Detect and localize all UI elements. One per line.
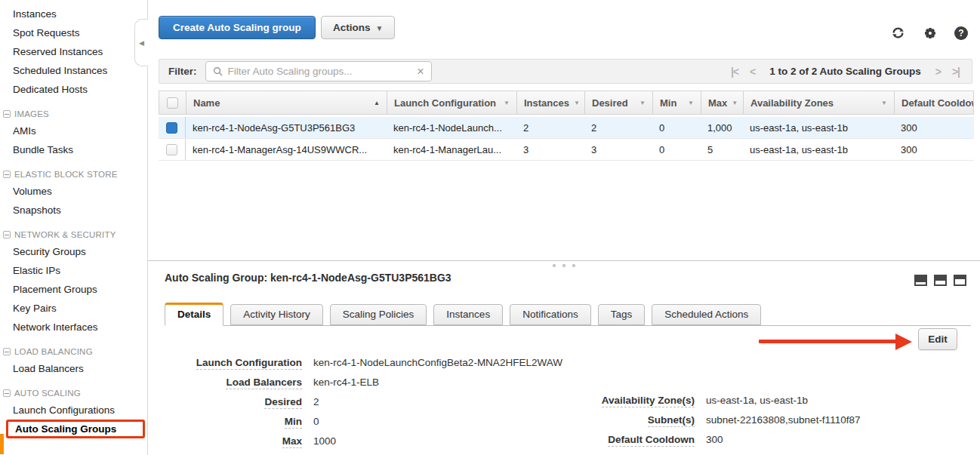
tab-instances[interactable]: Instances bbox=[433, 304, 503, 325]
field-label: Availability Zone(s) bbox=[602, 395, 695, 407]
row-checkbox[interactable] bbox=[166, 122, 177, 134]
pagination-info: 1 to 2 of 2 Auto Scaling Groups bbox=[769, 66, 921, 77]
filter-bar: Filter: × |< < 1 to 2 of 2 Auto Scaling … bbox=[159, 59, 972, 84]
sidebar-item-instances[interactable]: Instances bbox=[0, 5, 147, 23]
field-value: us-east-1a, us-east-1b bbox=[706, 395, 808, 406]
clear-filter-icon[interactable]: × bbox=[417, 66, 424, 78]
filter-search-input[interactable] bbox=[228, 66, 412, 77]
field-availability-zones: Availability Zone(s) us-east-1a, us-east… bbox=[581, 395, 860, 406]
cell-instances: 3 bbox=[516, 139, 584, 160]
field-label: Min bbox=[285, 416, 302, 429]
panel-resize-handle[interactable] bbox=[553, 264, 575, 267]
sort-icon: ▼ bbox=[727, 100, 738, 106]
tab-scaling-policies[interactable]: Scaling Policies bbox=[330, 304, 427, 325]
toolbar-icons: ? bbox=[891, 26, 968, 40]
field-default-cooldown: Default Cooldown 300 bbox=[581, 434, 860, 445]
collapse-section-icon[interactable] bbox=[3, 231, 11, 238]
first-page-button[interactable]: |< bbox=[731, 66, 738, 78]
field-value: 1000 bbox=[313, 435, 336, 447]
pane-layout-controls bbox=[914, 275, 966, 286]
column-header-max[interactable]: Max ▼ bbox=[701, 91, 744, 114]
select-all-checkbox[interactable] bbox=[167, 97, 178, 109]
layout-half-pane-icon[interactable] bbox=[934, 275, 947, 286]
field-load-balancers: Load Balancers ken-rc4-1-ELB bbox=[165, 377, 562, 388]
sort-ascending-icon: ▲ bbox=[369, 100, 380, 106]
tab-details[interactable]: Details bbox=[165, 303, 223, 326]
tab-notifications[interactable]: Notifications bbox=[510, 304, 591, 325]
refresh-icon[interactable] bbox=[891, 26, 905, 40]
field-desired: Desired 2 bbox=[165, 396, 562, 407]
details-tabs: Details Activity History Scaling Policie… bbox=[165, 303, 971, 326]
cell-max: 1,000 bbox=[701, 117, 743, 138]
layout-large-pane-icon[interactable] bbox=[954, 275, 966, 286]
sidebar-item-bundle-tasks[interactable]: Bundle Tasks bbox=[0, 140, 147, 159]
sidebar-item-scheduled-instances[interactable]: Scheduled Instances bbox=[0, 61, 147, 80]
filter-search-box[interactable]: × bbox=[205, 61, 432, 81]
cell-availability-zones: us-east-1a, us-east-1b bbox=[743, 139, 894, 160]
tab-tags[interactable]: Tags bbox=[598, 304, 646, 325]
cell-availability-zones: us-east-1a, us-east-1b bbox=[743, 117, 894, 138]
sidebar-section-auto-scaling[interactable]: AUTO SCALING bbox=[3, 389, 147, 398]
annotation-arrow bbox=[759, 340, 896, 343]
sidebar-item-placement-groups[interactable]: Placement Groups bbox=[0, 280, 147, 299]
next-page-button[interactable]: > bbox=[935, 66, 941, 78]
collapse-section-icon[interactable] bbox=[3, 348, 11, 355]
row-checkbox[interactable] bbox=[166, 144, 177, 155]
create-auto-scaling-group-button[interactable]: Create Auto Scaling group bbox=[159, 16, 316, 39]
column-header-instances[interactable]: Instances ▼ bbox=[517, 91, 585, 114]
column-header-desired[interactable]: Desired ▼ bbox=[585, 91, 653, 114]
pagination: |< < 1 to 2 of 2 Auto Scaling Groups > >… bbox=[731, 66, 972, 78]
field-value: ken-rc4-1-NodeLaunchConfigBeta2-MNA2HFEL… bbox=[313, 357, 562, 368]
sidebar-section-elastic-block-store[interactable]: ELASTIC BLOCK STORE bbox=[3, 170, 147, 179]
sidebar-item-amis[interactable]: AMIs bbox=[0, 121, 147, 140]
collapse-section-icon[interactable] bbox=[3, 110, 11, 118]
cell-max: 5 bbox=[701, 139, 743, 160]
previous-page-button[interactable]: < bbox=[750, 66, 755, 78]
collapse-section-icon[interactable] bbox=[3, 389, 11, 397]
field-label: Launch Configuration bbox=[196, 357, 302, 370]
field-subnets: Subnet(s) subnet-22163808,subnet-f1110f8… bbox=[581, 414, 860, 426]
sidebar-item-auto-scaling-groups[interactable]: Auto Scaling Groups bbox=[6, 420, 145, 438]
table-row[interactable]: ken-rc4-1-NodeAsg-G5TU3P561BG3 ken-rc4-1… bbox=[159, 117, 974, 139]
sidebar-section-label: AUTO SCALING bbox=[14, 389, 81, 398]
edit-button[interactable]: Edit bbox=[918, 328, 957, 350]
sidebar-item-launch-configurations[interactable]: Launch Configurations bbox=[0, 401, 147, 420]
tab-scheduled-actions[interactable]: Scheduled Actions bbox=[652, 304, 761, 325]
sidebar-section-network-security[interactable]: NETWORK & SECURITY bbox=[3, 230, 147, 239]
table-row[interactable]: ken-rc4-1-ManagerAsg-14US9WWCR... ken-rc… bbox=[159, 139, 974, 161]
last-page-button[interactable]: >| bbox=[952, 66, 960, 78]
column-header-name[interactable]: Name ▲ bbox=[186, 91, 387, 114]
column-header-availability-zones[interactable]: Availability Zones ▼ bbox=[744, 91, 895, 114]
gear-icon[interactable] bbox=[923, 26, 936, 39]
field-label: Subnet(s) bbox=[648, 414, 695, 427]
cell-desired: 2 bbox=[584, 117, 652, 138]
actions-dropdown-button[interactable]: Actions▼ bbox=[321, 16, 395, 39]
sidebar-item-spot-requests[interactable]: Spot Requests bbox=[0, 23, 147, 42]
nav-active-indicator-bar bbox=[0, 434, 4, 454]
sidebar-item-key-pairs[interactable]: Key Pairs bbox=[0, 299, 147, 318]
sidebar-collapse-handle[interactable]: ◀ bbox=[134, 19, 148, 66]
sidebar-item-elastic-ips[interactable]: Elastic IPs bbox=[0, 261, 147, 280]
table-header-row: Name ▲ Launch Configuration ▼ Instances … bbox=[159, 91, 974, 115]
sidebar-item-load-balancers[interactable]: Load Balancers bbox=[0, 359, 147, 378]
sidebar-item-dedicated-hosts[interactable]: Dedicated Hosts bbox=[0, 80, 147, 99]
column-header-min[interactable]: Min ▼ bbox=[653, 91, 701, 114]
sidebar-item-reserved-instances[interactable]: Reserved Instances bbox=[0, 42, 147, 61]
sidebar-section-images[interactable]: IMAGES bbox=[3, 109, 147, 118]
sidebar-item-volumes[interactable]: Volumes bbox=[0, 182, 147, 201]
tab-activity-history[interactable]: Activity History bbox=[230, 304, 323, 325]
sidebar-item-security-groups[interactable]: Security Groups bbox=[0, 242, 147, 261]
cell-desired: 3 bbox=[584, 139, 652, 160]
column-header-launch-configuration[interactable]: Launch Configuration ▼ bbox=[387, 91, 517, 114]
sidebar-section-label: IMAGES bbox=[14, 109, 49, 118]
field-value: subnet-22163808,subnet-f1110f87 bbox=[706, 414, 860, 426]
column-header-default-cooldown[interactable]: Default Cooldown bbox=[895, 91, 973, 114]
sidebar-section-load-balancing[interactable]: LOAD BALANCING bbox=[3, 347, 147, 356]
sidebar-item-network-interfaces[interactable]: Network Interfaces bbox=[0, 318, 147, 337]
layout-small-pane-icon[interactable] bbox=[914, 275, 927, 286]
collapse-section-icon[interactable] bbox=[3, 171, 11, 178]
sidebar-item-snapshots[interactable]: Snapshots bbox=[0, 201, 147, 220]
sort-icon: ▼ bbox=[635, 100, 646, 106]
field-max: Max 1000 bbox=[165, 435, 562, 447]
help-icon[interactable]: ? bbox=[954, 26, 968, 40]
